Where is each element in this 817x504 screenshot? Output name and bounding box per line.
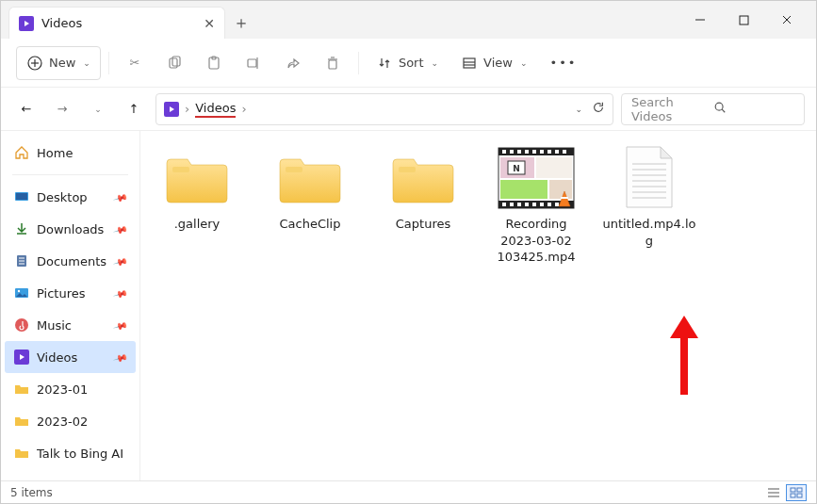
- svg-rect-44: [555, 150, 559, 154]
- folder-icon: [14, 414, 29, 429]
- sidebar-item-downloads[interactable]: Downloads 📌: [1, 213, 139, 245]
- svg-rect-50: [532, 203, 536, 206]
- new-label: New: [49, 56, 75, 70]
- close-window-button[interactable]: [765, 5, 809, 35]
- folder-icon: [389, 150, 457, 206]
- sidebar-item-music[interactable]: Music 📌: [1, 309, 139, 341]
- cut-button[interactable]: ✂: [117, 46, 153, 80]
- folder-item[interactable]: Captures: [376, 144, 470, 266]
- rename-icon: [245, 55, 262, 72]
- item-label: CacheClip: [263, 216, 357, 233]
- sidebar-item-folder[interactable]: 2023-02: [1, 405, 139, 437]
- share-icon: [285, 55, 302, 72]
- svg-rect-61: [561, 197, 568, 199]
- up-button[interactable]: ↑: [120, 95, 148, 123]
- pictures-icon: [14, 285, 29, 301]
- rename-button[interactable]: [236, 46, 271, 80]
- sidebar-item-documents[interactable]: Documents 📌: [1, 245, 139, 277]
- svg-rect-51: [540, 203, 544, 206]
- pin-icon: 📌: [113, 189, 128, 204]
- sidebar-item-videos[interactable]: Videos 📌: [5, 341, 136, 373]
- folder-icon: [276, 150, 344, 206]
- sidebar-item-pictures[interactable]: Pictures 📌: [1, 277, 139, 309]
- sort-label: Sort: [399, 56, 424, 70]
- item-count: 5 items: [10, 486, 53, 499]
- address-bar[interactable]: › Videos › ⌄: [155, 93, 613, 125]
- sidebar-item-label: 2023-01: [37, 382, 88, 397]
- search-placeholder: Search Videos: [631, 95, 713, 123]
- sidebar-item-folder[interactable]: 2023-01: [1, 373, 139, 405]
- sidebar-item-label: Desktop: [37, 190, 88, 204]
- minimize-button[interactable]: [678, 5, 722, 35]
- tab-videos[interactable]: Videos ✕: [8, 7, 225, 39]
- search-input[interactable]: Search Videos: [621, 93, 805, 125]
- copy-button[interactable]: [156, 46, 192, 80]
- svg-rect-53: [555, 203, 559, 206]
- svg-rect-73: [797, 488, 802, 492]
- pin-icon: 📌: [113, 350, 128, 365]
- details-view-button[interactable]: [763, 484, 784, 501]
- pin-icon: 📌: [113, 317, 128, 333]
- arrow-annotation: [665, 310, 703, 395]
- new-tab-button[interactable]: ＋: [225, 7, 257, 39]
- breadcrumb-label: Videos: [195, 101, 236, 118]
- paste-button[interactable]: [196, 46, 232, 80]
- folder-icon: [14, 382, 29, 397]
- sidebar-item-label: Home: [37, 146, 73, 160]
- svg-rect-13: [248, 59, 256, 67]
- share-button[interactable]: [275, 46, 311, 80]
- view-button[interactable]: View ⌄: [451, 46, 536, 80]
- svg-rect-52: [547, 203, 551, 206]
- video-file-item[interactable]: N Recording 2023-03-02 103425.mp4: [489, 144, 583, 266]
- icons-view-button[interactable]: [786, 484, 807, 501]
- command-bar: New ⌄ ✂ Sort ⌄ View ⌄ •••: [1, 39, 816, 88]
- recent-dropdown[interactable]: ⌄: [84, 95, 112, 123]
- title-bar: Videos ✕ ＋: [1, 1, 816, 39]
- paste-icon: [205, 55, 222, 72]
- svg-rect-25: [16, 193, 27, 200]
- chevron-down-icon: ⌄: [520, 58, 528, 68]
- svg-rect-45: [563, 150, 566, 154]
- back-button[interactable]: ←: [12, 95, 41, 123]
- cut-icon: ✂: [126, 55, 143, 72]
- breadcrumb-videos[interactable]: Videos: [195, 101, 236, 118]
- svg-rect-15: [329, 60, 336, 69]
- svg-rect-60: [549, 180, 572, 199]
- item-label: untitled.mp4.log: [602, 216, 696, 249]
- maximize-button[interactable]: [722, 5, 765, 35]
- sort-icon: [376, 55, 393, 72]
- sidebar-item-label: Videos: [37, 350, 77, 365]
- svg-rect-40: [525, 150, 529, 154]
- sidebar-item-desktop[interactable]: Desktop 📌: [1, 181, 139, 213]
- svg-rect-41: [532, 150, 536, 154]
- content-area[interactable]: .gallery CacheClip Captures: [140, 131, 816, 480]
- more-button[interactable]: •••: [541, 46, 587, 80]
- svg-point-22: [715, 103, 723, 110]
- new-button[interactable]: New ⌄: [16, 46, 101, 80]
- sidebar-item-folder[interactable]: Talk to Bing AI: [1, 437, 139, 469]
- sidebar-item-label: 2023-02: [37, 415, 88, 429]
- folder-item[interactable]: CacheClip: [263, 144, 357, 266]
- svg-point-31: [18, 290, 20, 292]
- svg-rect-74: [791, 494, 795, 497]
- sort-button[interactable]: Sort ⌄: [367, 46, 448, 80]
- forward-button[interactable]: →: [48, 95, 76, 123]
- svg-rect-3: [740, 16, 748, 24]
- tab-close-button[interactable]: ✕: [204, 16, 215, 31]
- text-file-item[interactable]: untitled.mp4.log: [602, 144, 696, 266]
- breadcrumb-separator: ›: [241, 102, 246, 116]
- svg-text:N: N: [513, 164, 520, 173]
- address-dropdown[interactable]: ⌄: [575, 105, 582, 114]
- chevron-down-icon: ⌄: [83, 58, 90, 68]
- navigation-pane[interactable]: Home Desktop 📌 Downloads 📌 Documents 📌 P…: [1, 131, 140, 480]
- refresh-button[interactable]: [592, 101, 605, 117]
- svg-rect-47: [510, 203, 514, 206]
- sidebar-item-label: Talk to Bing AI: [37, 447, 123, 461]
- delete-button[interactable]: [315, 46, 351, 80]
- folder-icon: [163, 150, 231, 206]
- svg-rect-18: [464, 58, 475, 68]
- sidebar-item-home[interactable]: Home: [1, 137, 139, 169]
- svg-rect-37: [502, 150, 506, 154]
- folder-item[interactable]: .gallery: [150, 144, 244, 266]
- text-file-icon: [608, 144, 691, 212]
